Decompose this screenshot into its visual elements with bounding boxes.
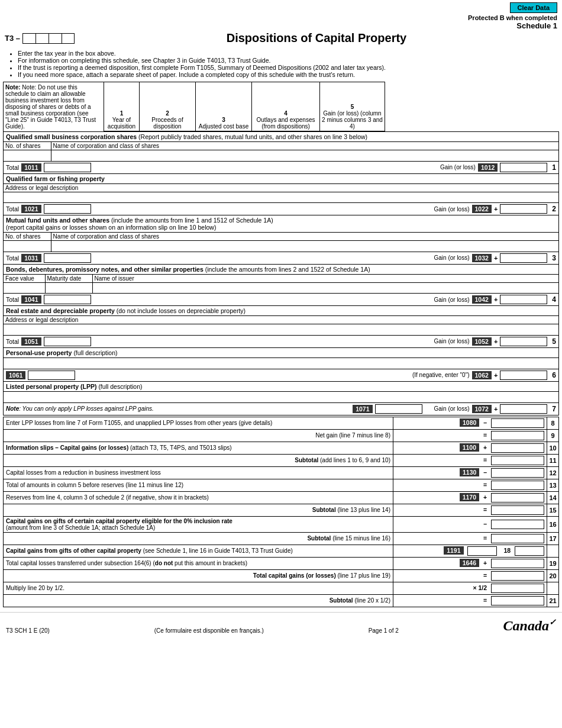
mutual-name-input[interactable] — [51, 241, 558, 252]
row21b-input[interactable] — [491, 596, 544, 605]
section-qsbc: Qualified small business corporation sha… — [3, 131, 559, 174]
bonds-gain-input[interactable] — [500, 295, 547, 304]
farm-title: Qualified farm or fishing property — [6, 175, 105, 182]
row11-num: 11 — [547, 454, 559, 466]
section-bonds: Bonds, debentures, promissory notes, and… — [3, 265, 559, 307]
row18-field2: 18 — [503, 547, 511, 554]
bonds-total-input[interactable] — [44, 295, 91, 304]
mutual-col-shares: No. of shares — [4, 233, 51, 241]
lpp-gain-input[interactable] — [500, 404, 547, 414]
row14-input[interactable] — [491, 493, 544, 502]
realestate-address-input[interactable] — [4, 324, 558, 335]
personal-desc-input[interactable] — [4, 358, 558, 369]
row21-input[interactable] — [491, 584, 544, 593]
mutual-desc2: (report capital gains or losses shown on… — [6, 224, 216, 231]
qsbc-name-input[interactable] — [51, 150, 558, 161]
row13-num: 13 — [547, 479, 559, 491]
row17-input[interactable] — [491, 534, 544, 543]
schedule-label: Schedule 1 — [516, 21, 557, 30]
farm-total-input[interactable] — [44, 204, 91, 214]
farm-address-input[interactable] — [4, 192, 558, 202]
mutual-title: Mutual fund units and other shares — [6, 217, 109, 224]
qsbc-total-input[interactable] — [44, 163, 91, 172]
row21-label: Multiply line 20 by 1/2. — [4, 582, 393, 594]
qsbc-gain-input[interactable] — [500, 163, 547, 172]
clear-data-button[interactable]: Clear Data — [510, 2, 557, 13]
row21-multiplier: × 1/2 — [473, 584, 487, 591]
lpp-total-input[interactable] — [375, 404, 422, 414]
row12-input[interactable] — [491, 468, 544, 478]
row13-sign: = — [483, 481, 487, 488]
row14-label: Reserves from line 4, column 3 of schedu… — [4, 491, 393, 504]
bonds-title: Bonds, debentures, promissory notes, and… — [6, 266, 204, 273]
row9-sign: = — [483, 431, 487, 439]
row21b-sign: = — [483, 597, 487, 604]
row16-input[interactable] — [491, 520, 544, 529]
t3-input-box-2[interactable] — [35, 33, 49, 44]
row11-sign: = — [483, 456, 487, 463]
section7-row-num: 7 — [552, 405, 556, 413]
form-id-footer: T3 SCH 1 E (20) — [6, 627, 50, 634]
page-header: T3 – Dispositions of Capital Property — [0, 30, 562, 47]
mutual-total-code: 1031 — [21, 254, 41, 262]
row11-input[interactable] — [491, 456, 544, 465]
row18-input2[interactable] — [515, 546, 544, 556]
qsbc-col-shares: No. of shares — [4, 142, 51, 150]
section-farm: Qualified farm or fishing property Addre… — [3, 174, 559, 216]
farm-gain-input[interactable] — [500, 204, 547, 214]
qsbc-gain-label: Gain (or loss) — [440, 164, 476, 170]
t3-input-box-4[interactable] — [62, 33, 75, 44]
personal-title: Personal-use property — [6, 349, 72, 356]
section6-row-num: 6 — [552, 371, 556, 379]
realestate-total-input[interactable] — [44, 337, 91, 346]
bullet-4: If you need more space, attach a separat… — [18, 71, 544, 78]
row12-code: 1130 — [460, 468, 479, 476]
farm-gain-label: Gain (or loss) — [434, 206, 470, 212]
bonds-maturity-input[interactable] — [45, 282, 92, 293]
realestate-gain-input[interactable] — [500, 337, 547, 346]
section-personal: Personal-use property (full description)… — [3, 348, 559, 382]
row20-input[interactable] — [491, 571, 544, 581]
section1-row-num: 1 — [552, 163, 556, 172]
row9-input[interactable] — [491, 431, 544, 440]
mutual-shares-input[interactable] — [4, 241, 51, 252]
page-footer: T3 SCH 1 E (20) (Ce formulaire est dispo… — [0, 612, 562, 636]
row15-num: 15 — [547, 504, 559, 516]
t3-input-box-1[interactable] — [22, 33, 35, 44]
bonds-face-input[interactable] — [4, 282, 45, 293]
row15-input[interactable] — [491, 505, 544, 515]
t3-input-box-3[interactable] — [49, 33, 62, 44]
personal-gain-input[interactable] — [500, 371, 547, 380]
t3-form-id: T3 – — [5, 33, 76, 44]
row10-code: 1100 — [460, 443, 479, 452]
row17-sign: = — [483, 534, 487, 542]
row16-num: 16 — [547, 516, 559, 532]
row19-input[interactable] — [491, 559, 544, 568]
section4-row-num: 4 — [552, 295, 556, 304]
row10-input[interactable] — [491, 443, 544, 453]
row12-num: 12 — [547, 466, 559, 479]
row18-label: Capital gains from gifts of other capita… — [4, 545, 393, 557]
mutual-col-name: Name of corporation and class of shares — [51, 233, 558, 241]
row18-input[interactable] — [467, 546, 497, 556]
row11-label: Subtotal (add lines 1 to 6, 9 and 10) — [4, 454, 393, 466]
qsbc-desc: (Report publicly traded shares, mutual f… — [138, 133, 367, 140]
lpp-desc-input[interactable] — [4, 392, 558, 402]
realestate-gain-label: Gain (or loss) — [434, 338, 470, 344]
lpp-note: Note: You can only apply LPP losses agai… — [6, 405, 353, 412]
mutual-gain-label: Gain (or loss) — [434, 255, 470, 261]
qsbc-shares-input[interactable] — [4, 150, 51, 161]
mutual-gain-input[interactable] — [500, 253, 547, 263]
row8-input[interactable] — [491, 418, 544, 428]
bonds-total-code: 1041 — [21, 295, 41, 304]
row19-code: 1646 — [460, 559, 479, 567]
row13-input[interactable] — [491, 481, 544, 490]
personal-total-input[interactable] — [28, 371, 75, 380]
bonds-issuer-input[interactable] — [92, 282, 558, 293]
farm-total-code: 1021 — [21, 205, 41, 213]
row9-num: 9 — [547, 429, 559, 442]
mutual-total-input[interactable] — [44, 253, 91, 263]
row8-code: 1080 — [460, 418, 479, 427]
col5-header: 5 Gain (or loss) (column 2 minus columns… — [320, 82, 385, 131]
bullet-1: Enter the tax year in the box above. — [18, 50, 544, 57]
